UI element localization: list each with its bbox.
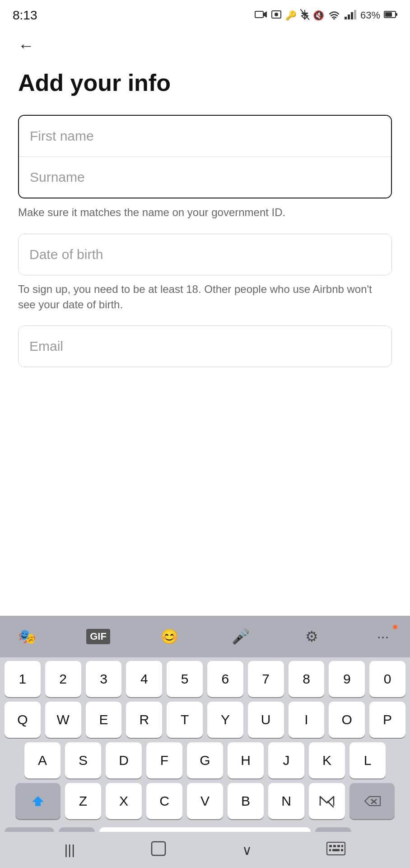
surname-input[interactable] [19,157,391,198]
key-y[interactable]: Y [207,702,243,738]
email-input[interactable] [19,326,391,367]
more-icon: ··· [377,628,389,645]
dob-hint: To sign up, you need to be at least 18. … [18,282,392,312]
nav-keyboard-button[interactable] [326,842,345,859]
svg-rect-18 [327,842,345,855]
key-o[interactable]: O [329,702,365,738]
video-icon [255,10,267,21]
svg-rect-25 [341,849,343,851]
key-a[interactable]: A [24,742,61,778]
key-q[interactable]: Q [5,702,41,738]
key-b[interactable]: B [228,783,264,819]
number-row: 1 2 3 4 5 6 7 8 9 0 [5,661,405,697]
svg-rect-21 [337,845,340,847]
svg-rect-8 [351,12,353,19]
notification-dot [393,625,397,629]
status-bar: 8:13 🔑 🔇 [0,0,410,27]
first-name-input[interactable] [19,116,391,157]
mute-icon: 🔇 [313,10,324,21]
svg-marker-1 [264,11,267,18]
key-1[interactable]: 1 [5,661,41,697]
svg-rect-6 [345,17,347,19]
key-v[interactable]: V [187,783,223,819]
key-h[interactable]: H [228,742,264,778]
key-l[interactable]: L [349,742,386,778]
svg-rect-19 [329,845,332,847]
svg-rect-12 [396,13,397,16]
gif-button[interactable]: GIF [82,623,115,650]
key-n[interactable]: N [268,783,304,819]
shift-key[interactable] [15,783,61,819]
dob-input[interactable] [19,234,391,275]
key-p[interactable]: P [369,702,405,738]
key-g[interactable]: G [187,742,223,778]
key-9[interactable]: 9 [329,661,365,697]
settings-button[interactable]: ⚙ [295,623,328,650]
key-8[interactable]: 8 [289,661,325,697]
back-button[interactable]: ← [18,36,34,55]
more-button[interactable]: ··· [367,623,399,650]
key-x[interactable]: X [106,783,142,819]
key-j[interactable]: J [268,742,304,778]
svg-rect-17 [152,842,165,855]
key-z[interactable]: Z [65,783,101,819]
svg-line-14 [327,801,334,807]
sticker-button[interactable]: 🎭 [11,623,43,650]
key-c[interactable]: C [146,783,182,819]
emoji-icon: 😊 [160,628,178,645]
key-5[interactable]: 5 [167,661,203,697]
svg-marker-13 [32,796,44,806]
key-4[interactable]: 4 [126,661,162,697]
key-r[interactable]: R [126,702,162,738]
key-t[interactable]: T [167,702,203,738]
key-m[interactable] [309,783,345,819]
nav-bar: ||| ∨ [0,832,410,868]
nav-home-button[interactable] [149,840,168,861]
keyboard-toolbar: 🎭 GIF 😊 🎤 ⚙ ··· [0,616,410,657]
status-time: 8:13 [13,8,37,23]
key-6[interactable]: 6 [207,661,243,697]
page-title: Add your info [18,69,392,97]
key-u[interactable]: U [248,702,284,738]
nav-back-button[interactable]: ||| [65,842,75,858]
zxcv-row: Z X C V B N [5,783,405,819]
signal-icon [344,9,357,22]
status-icons: 🔑 🔇 63% [255,9,397,22]
backspace-key[interactable] [349,783,395,819]
key-2[interactable]: 2 [45,661,81,697]
svg-rect-20 [333,845,336,847]
keyboard: 🎭 GIF 😊 🎤 ⚙ ··· 1 2 3 4 5 6 7 8 [0,616,410,868]
svg-point-5 [333,18,335,19]
battery-icon [384,10,397,21]
key-0[interactable]: 0 [369,661,405,697]
mic-icon: 🎤 [232,628,250,645]
svg-rect-22 [341,845,343,847]
key-w[interactable]: W [45,702,81,738]
key-7[interactable]: 7 [248,661,284,697]
svg-rect-7 [348,14,350,19]
key-i[interactable]: I [289,702,325,738]
key-k[interactable]: K [309,742,345,778]
key-e[interactable]: E [86,702,122,738]
email-input-wrapper [18,326,392,367]
emoji-button[interactable]: 😊 [153,623,186,650]
bluetooth-icon [300,9,309,22]
key-d[interactable]: D [106,742,142,778]
wifi-icon [328,9,340,22]
keyboard-rows: 1 2 3 4 5 6 7 8 9 0 Q W E R T Y U I O P … [0,657,410,827]
key-f[interactable]: F [146,742,182,778]
svg-point-3 [275,13,278,16]
svg-rect-24 [332,849,340,851]
sticker-icon: 🎭 [18,628,36,645]
mic-button[interactable]: 🎤 [224,623,257,650]
settings-icon: ⚙ [305,628,318,645]
key-s[interactable]: S [65,742,101,778]
qwerty-row: Q W E R T Y U I O P [5,702,405,738]
dob-input-wrapper [18,234,392,275]
key-icon: 🔑 [285,10,297,21]
sim-icon [271,10,282,21]
key-3[interactable]: 3 [86,661,122,697]
name-input-group [18,115,392,198]
name-hint: Make sure it matches the name on your go… [18,205,392,220]
nav-recent-button[interactable]: ∨ [242,842,252,858]
